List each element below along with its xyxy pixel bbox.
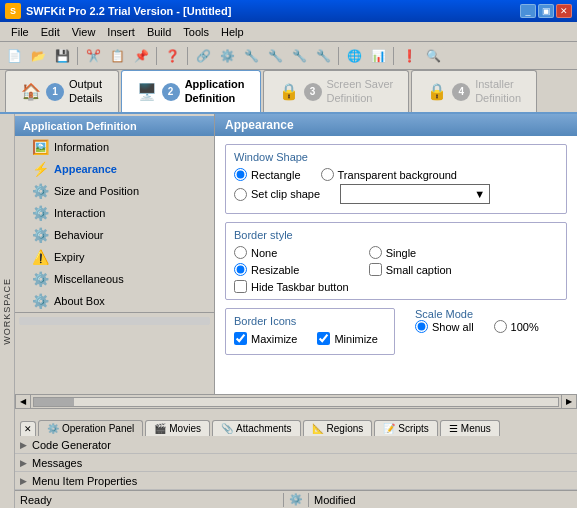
transparent-bg-radio[interactable]: [321, 168, 334, 181]
tab-scripts[interactable]: 📝 Scripts: [374, 420, 438, 436]
minimize-checkbox[interactable]: [317, 332, 330, 345]
border-style-left: None Resizable Hide Taskbar button: [234, 246, 349, 293]
tb-btn-5[interactable]: ⚙️: [216, 45, 238, 67]
sidebar-label-about-box: About Box: [54, 295, 105, 307]
none-radio[interactable]: [234, 246, 247, 259]
messages-panel[interactable]: ▶ Messages: [15, 454, 577, 472]
wizard-tab-1[interactable]: 🏠 1 OutputDetails: [5, 70, 119, 112]
appearance-icon: ⚡: [31, 161, 49, 177]
sidebar-item-miscellaneous[interactable]: ⚙️ Miscellaneous: [15, 268, 214, 290]
show-all-radio[interactable]: [415, 320, 428, 333]
window-shape-section: Window Shape Rectangle Transparent backg…: [225, 144, 567, 214]
behaviour-icon: ⚙️: [31, 227, 49, 243]
set-clip-shape-radio[interactable]: [234, 188, 247, 201]
restore-button[interactable]: ▣: [538, 4, 554, 18]
new-button[interactable]: 📄: [3, 45, 25, 67]
copy-button[interactable]: 📋: [106, 45, 128, 67]
100-percent-option[interactable]: 100%: [494, 320, 539, 333]
sidebar-scrollbar[interactable]: [15, 312, 214, 328]
sidebar-item-information[interactable]: 🖼️ Information: [15, 136, 214, 158]
tb-btn-12[interactable]: ❗: [398, 45, 420, 67]
sidebar-item-size-position[interactable]: ⚙️ Size and Position: [15, 180, 214, 202]
cut-button[interactable]: ✂️: [82, 45, 104, 67]
attachments-icon: 📎: [221, 423, 233, 434]
code-generator-panel[interactable]: ▶ Code Generator: [15, 436, 577, 454]
sidebar-item-behaviour[interactable]: ⚙️ Behaviour: [15, 224, 214, 246]
menu-edit[interactable]: Edit: [35, 24, 66, 40]
hide-taskbar-label: Hide Taskbar button: [251, 281, 349, 293]
single-radio[interactable]: [369, 246, 382, 259]
tb-btn-6[interactable]: 🔧: [240, 45, 262, 67]
h-scrollbar[interactable]: ◀ ▶: [15, 394, 577, 408]
menu-item-properties-panel[interactable]: ▶ Menu Item Properties: [15, 472, 577, 490]
resizable-radio[interactable]: [234, 263, 247, 276]
set-clip-shape-label: Set clip shape: [251, 188, 320, 200]
single-option[interactable]: Single: [369, 246, 452, 259]
open-button[interactable]: 📂: [27, 45, 49, 67]
menu-file[interactable]: File: [5, 24, 35, 40]
toolbar: 📄 📂 💾 ✂️ 📋 📌 ❓ 🔗 ⚙️ 🔧 🔧 🔧 🔧 🌐 📊 ❗ 🔍: [0, 42, 577, 70]
minimize-option[interactable]: Minimize: [317, 332, 377, 345]
tb-btn-11[interactable]: 📊: [367, 45, 389, 67]
code-generator-label: Code Generator: [32, 439, 111, 451]
menu-view[interactable]: View: [66, 24, 102, 40]
maximize-checkbox[interactable]: [234, 332, 247, 345]
tb-btn-8[interactable]: 🔧: [288, 45, 310, 67]
hide-taskbar-option[interactable]: Hide Taskbar button: [234, 280, 349, 293]
tb-btn-7[interactable]: 🔧: [264, 45, 286, 67]
tab-menus[interactable]: ☰ Menus: [440, 420, 500, 436]
transparent-bg-option[interactable]: Transparent background: [321, 168, 457, 181]
tb-btn-9[interactable]: 🔧: [312, 45, 334, 67]
rectangle-option[interactable]: Rectangle: [234, 168, 301, 181]
resizable-option[interactable]: Resizable: [234, 263, 349, 276]
status-sep-1: [283, 493, 284, 507]
small-caption-option[interactable]: Small caption: [369, 263, 452, 276]
save-button[interactable]: 💾: [51, 45, 73, 67]
maximize-option[interactable]: Maximize: [234, 332, 297, 345]
set-clip-shape-option[interactable]: Set clip shape: [234, 188, 320, 201]
paste-button[interactable]: 📌: [130, 45, 152, 67]
interaction-icon: ⚙️: [31, 205, 49, 221]
window-shape-label: Window Shape: [234, 151, 558, 163]
menus-label: Menus: [461, 423, 491, 434]
small-caption-checkbox[interactable]: [369, 263, 382, 276]
hide-taskbar-checkbox[interactable]: [234, 280, 247, 293]
none-option[interactable]: None: [234, 246, 349, 259]
tab-close-btn[interactable]: ✕: [20, 421, 36, 436]
window-shape-row1: Rectangle Transparent background: [234, 168, 558, 181]
rectangle-radio[interactable]: [234, 168, 247, 181]
tab-movies[interactable]: 🎬 Movies: [145, 420, 210, 436]
show-all-option[interactable]: Show all: [415, 320, 474, 333]
menu-build[interactable]: Build: [141, 24, 177, 40]
sidebar-item-interaction[interactable]: ⚙️ Interaction: [15, 202, 214, 224]
tab-operation-panel[interactable]: ⚙️ Operation Panel: [38, 420, 143, 436]
sidebar-item-appearance[interactable]: ⚡ Appearance: [15, 158, 214, 180]
status-gear-icon: ⚙️: [289, 493, 303, 506]
100-percent-radio[interactable]: [494, 320, 507, 333]
100-percent-label: 100%: [511, 321, 539, 333]
border-icons-section: Border Icons Maximize Minimize: [225, 308, 395, 355]
size-position-icon: ⚙️: [31, 183, 49, 199]
border-icons-label: Border Icons: [234, 315, 386, 327]
sidebar-item-about-box[interactable]: ⚙️ About Box: [15, 290, 214, 312]
tb-btn-10[interactable]: 🌐: [343, 45, 365, 67]
tab-attachments[interactable]: 📎 Attachments: [212, 420, 301, 436]
menu-insert[interactable]: Insert: [101, 24, 141, 40]
tab-regions[interactable]: 📐 Regions: [303, 420, 373, 436]
tb-btn-4[interactable]: 🔗: [192, 45, 214, 67]
clip-shape-dropdown[interactable]: ▼: [340, 184, 490, 204]
menu-help[interactable]: Help: [215, 24, 250, 40]
minimize-button[interactable]: _: [520, 4, 536, 18]
title-bar: S SWFKit Pro 2.2 Trial Version - [Untitl…: [0, 0, 577, 22]
app-icon: S: [5, 3, 21, 19]
expiry-icon: ⚠️: [31, 249, 49, 265]
tb-btn-13[interactable]: 🔍: [422, 45, 444, 67]
wizard-tab-2[interactable]: 🖥️ 2 ApplicationDefinition: [121, 70, 261, 112]
dropdown-arrow-icon: ▼: [474, 188, 485, 200]
scroll-thumb: [34, 398, 74, 406]
close-button[interactable]: ✕: [556, 4, 572, 18]
menu-tools[interactable]: Tools: [177, 24, 215, 40]
help-button[interactable]: ❓: [161, 45, 183, 67]
sidebar-item-expiry[interactable]: ⚠️ Expiry: [15, 246, 214, 268]
border-style-section: Border style None Resizable: [225, 222, 567, 300]
